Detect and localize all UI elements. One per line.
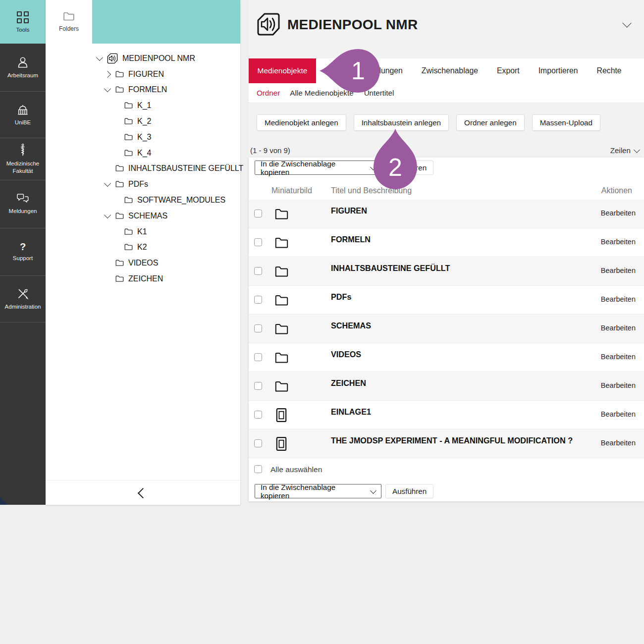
sidebar-item-tools[interactable]: Tools bbox=[0, 0, 46, 44]
execute-button[interactable]: Ausführen bbox=[385, 161, 433, 175]
folder-icon bbox=[275, 266, 288, 277]
tab-importieren[interactable]: Importieren bbox=[538, 58, 578, 83]
row-checkbox[interactable] bbox=[254, 353, 262, 361]
tab-zwischenablage[interactable]: Zwischenablage bbox=[422, 58, 478, 83]
sub-tabs: Ordner Alle Medienobjekte Untertitel bbox=[249, 83, 644, 103]
folder-icon bbox=[115, 275, 124, 282]
tree-item-k1[interactable]: K1 bbox=[46, 224, 240, 240]
tree-item-software_modules[interactable]: SOFTWARE_MODULES bbox=[46, 192, 240, 208]
sidebar-item-label: Arbeitsraum bbox=[7, 72, 38, 79]
tree-item-schemas[interactable]: SCHEMAS bbox=[46, 208, 240, 224]
folder-icon bbox=[124, 228, 133, 235]
sidebar-item-label: Medizinische Fakultät bbox=[3, 160, 43, 174]
tree-item-pdfs[interactable]: PDFs bbox=[46, 176, 240, 192]
sidebar-item-label: Support bbox=[13, 255, 33, 262]
bearbeiten-link[interactable]: Bearbeiten bbox=[601, 381, 636, 389]
tree-item-inhaltsbausteine-gefuellt[interactable]: INHALTSBAUSTEINE GEFÜLLT bbox=[46, 161, 240, 177]
select-all-checkbox[interactable] bbox=[254, 465, 262, 473]
tree-item-medienpool-nmr[interactable]: MEDIENPOOL NMR bbox=[46, 51, 240, 66]
tab-export[interactable]: Export bbox=[497, 58, 520, 83]
subtab-ordner[interactable]: Ordner bbox=[257, 89, 280, 97]
question-mark-icon: ? bbox=[20, 242, 26, 252]
tab-einstellungen[interactable]: Einstellungen bbox=[356, 58, 403, 83]
action-buttons: Medienobjekt anlegen Inhaltsbaustein anl… bbox=[257, 114, 600, 131]
folder-tree: MEDIENPOOL NMR FIGUREN FORMELN K_1 K_2 bbox=[46, 51, 240, 287]
chevron-down-icon bbox=[370, 164, 376, 170]
tree-item-figuren[interactable]: FIGUREN bbox=[46, 66, 240, 82]
ordner-anlegen-button[interactable]: Ordner anlegen bbox=[456, 114, 525, 131]
inhaltsbaustein-anlegen-button[interactable]: Inhaltsbaustein anlegen bbox=[354, 114, 449, 131]
tab-medienobjekte[interactable]: Medienobjekte bbox=[249, 58, 316, 83]
folder-icon bbox=[124, 197, 133, 204]
header-chevron-down-icon[interactable] bbox=[622, 18, 631, 27]
tree-item-k_3[interactable]: K_3 bbox=[46, 129, 240, 145]
bearbeiten-link[interactable]: Bearbeiten bbox=[601, 353, 636, 361]
bearbeiten-link[interactable]: Bearbeiten bbox=[601, 410, 636, 418]
tree-item-k_2[interactable]: K_2 bbox=[46, 113, 240, 129]
row-checkbox[interactable] bbox=[254, 324, 262, 332]
bulk-action-select[interactable]: In die Zwischenablage kopieren bbox=[255, 484, 381, 498]
select-all-label: Alle auswählen bbox=[270, 465, 322, 474]
row-checkbox[interactable] bbox=[254, 439, 262, 447]
tab-rechte[interactable]: Rechte bbox=[597, 58, 622, 83]
sidebar-item-medizinische-fakultaet[interactable]: Medizinische Fakultät bbox=[0, 138, 46, 180]
chevron-down-icon[interactable] bbox=[104, 85, 111, 92]
tree-item-k_4[interactable]: K_4 bbox=[46, 145, 240, 161]
sidebar-item-support[interactable]: ? Support bbox=[0, 228, 46, 276]
row-checkbox[interactable] bbox=[254, 210, 262, 217]
bulk-action-select[interactable]: In die Zwischenablage kopieren bbox=[255, 161, 381, 175]
massen-upload-button[interactable]: Massen-Upload bbox=[532, 114, 600, 131]
sidebar-corner-notch bbox=[0, 497, 8, 505]
table-body: FIGUREN Bearbeiten FORMELN Bearbeiten IN… bbox=[249, 200, 644, 458]
chat-bubbles-icon bbox=[16, 193, 30, 205]
tree-item-videos[interactable]: VIDEOS bbox=[46, 255, 240, 271]
sidebar-item-unibe[interactable]: UniBE bbox=[0, 91, 46, 138]
chevron-right-icon[interactable] bbox=[104, 71, 111, 78]
medienobjekt-anlegen-button[interactable]: Medienobjekt anlegen bbox=[257, 114, 346, 131]
bearbeiten-link[interactable]: Bearbeiten bbox=[601, 439, 636, 447]
folder-icon bbox=[115, 213, 124, 219]
row-checkbox[interactable] bbox=[254, 382, 262, 390]
sidebar-item-label: Meldungen bbox=[9, 208, 37, 215]
chevron-down-icon[interactable] bbox=[96, 54, 103, 61]
chevron-down-icon[interactable] bbox=[104, 212, 111, 218]
tree-item-zeichen[interactable]: ZEICHEN bbox=[46, 271, 240, 287]
row-checkbox[interactable] bbox=[254, 238, 262, 246]
bearbeiten-link[interactable]: Bearbeiten bbox=[601, 267, 636, 274]
asclepius-staff-icon bbox=[17, 143, 29, 157]
row-checkbox[interactable] bbox=[254, 267, 262, 275]
document-icon bbox=[276, 408, 287, 423]
table-row: ZEICHEN Bearbeiten bbox=[249, 372, 644, 401]
rows-per-page-control[interactable]: Zeilen bbox=[610, 146, 639, 155]
sidebar-item-arbeitsraum[interactable]: Arbeitsraum bbox=[0, 44, 46, 92]
medienpool-app: Tools Arbeitsraum UniBE Medizinische Fak… bbox=[0, 0, 644, 644]
chevron-down-icon bbox=[634, 147, 640, 153]
subtab-alle-medienobjekte[interactable]: Alle Medienobjekte bbox=[290, 89, 353, 97]
tab-folders[interactable]: Folders bbox=[46, 0, 92, 44]
folder-icon bbox=[275, 381, 288, 392]
subtab-untertitel[interactable]: Untertitel bbox=[364, 89, 394, 97]
bearbeiten-link[interactable]: Bearbeiten bbox=[601, 324, 636, 332]
bearbeiten-link[interactable]: Bearbeiten bbox=[601, 209, 636, 217]
sidebar-item-meldungen[interactable]: Meldungen bbox=[0, 180, 46, 228]
row-checkbox[interactable] bbox=[254, 411, 262, 419]
folder-icon bbox=[115, 165, 124, 172]
media-pool-icon bbox=[107, 53, 118, 64]
folder-icon bbox=[275, 295, 288, 306]
page-header: MEDIENPOOL NMR bbox=[249, 0, 644, 58]
tree-item-k_1[interactable]: K_1 bbox=[46, 98, 240, 113]
document-icon bbox=[276, 436, 287, 451]
execute-button[interactable]: Ausführen bbox=[385, 484, 433, 498]
crossed-tools-icon bbox=[16, 287, 29, 300]
row-checkbox[interactable] bbox=[254, 296, 262, 304]
bearbeiten-link[interactable]: Bearbeiten bbox=[601, 295, 636, 303]
rows-label: Zeilen bbox=[610, 146, 631, 155]
collapse-panel-icon[interactable] bbox=[138, 487, 148, 498]
sidebar-item-label: UniBE bbox=[15, 119, 31, 126]
bearbeiten-link[interactable]: Bearbeiten bbox=[601, 238, 636, 246]
chevron-down-icon[interactable] bbox=[104, 180, 111, 187]
chevron-down-icon bbox=[370, 487, 376, 494]
tree-item-k2[interactable]: K2 bbox=[46, 240, 240, 256]
sidebar-item-administration[interactable]: Administration bbox=[0, 275, 46, 322]
tree-item-formeln[interactable]: FORMELN bbox=[46, 82, 240, 98]
